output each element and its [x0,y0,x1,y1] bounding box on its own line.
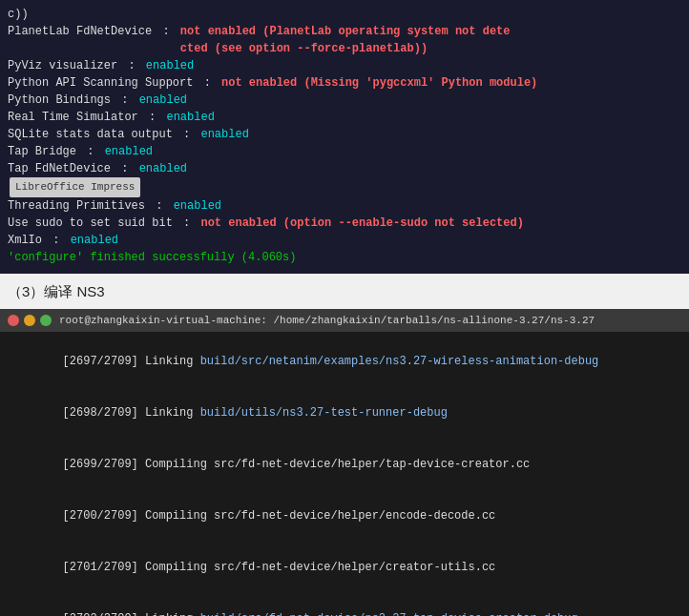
top-terminal-content: c)) PlanetLab FdNetDevice : not enabled … [8,6,681,266]
libreoffice-tooltip: LibreOffice Impress [10,177,140,197]
term-line-planetlab: PlanetLab FdNetDevice : not enabled (Pla… [8,23,681,57]
term-key-tap-fdnet: Tap FdNetDevice [8,160,111,177]
term-value-rts: enabled [166,109,214,126]
term-value-threading: enabled [174,197,221,215]
term-value-xmlio: enabled [71,232,118,249]
term-line-sqlite: SQLite stats data output : enabled [8,126,681,143]
term-key: c)) [8,6,29,23]
terminal-titlebar: root@zhangkaixin-virtual-machine: /home/… [0,309,689,332]
term-value-tap-fdnet: enabled [139,160,187,177]
top-terminal: c)) PlanetLab FdNetDevice : not enabled … [0,0,689,274]
term-line-rts: Real Time Simulator : enabled [8,109,681,126]
term-key-pyviz: PyViz visualizer [8,57,117,74]
term-value-planetlab: not enabled (PlanetLab operating system … [180,23,511,57]
term-line-python-bindings: Python Bindings : enabled [8,92,681,109]
minimize-button-icon[interactable] [24,315,35,326]
compile-line-6: [2702/2709] Linking build/src/fd-net-dev… [8,593,681,617]
compile-line-1: [2697/2709] Linking build/src/netanim/ex… [8,336,681,387]
compile-line-5: [2701/2709] Compiling src/fd-net-device/… [8,542,681,593]
compile-line-3: [2699/2709] Compiling src/fd-net-device/… [8,439,681,490]
section-label: （3）编译 NS3 [0,274,689,309]
term-value-python-bindings: enabled [139,92,187,109]
compile-line-2: [2698/2709] Linking build/utils/ns3.27-t… [8,387,681,439]
term-line-pyviz: PyViz visualizer : enabled [8,57,681,74]
titlebar-text: root@zhangkaixin-virtual-machine: /home/… [59,315,595,326]
term-key-sqlite: SQLite stats data output [8,126,173,143]
term-key-rts: Real Time Simulator [8,109,138,126]
term-key-xmlio: XmlIo [8,232,42,249]
term-value-sudo: not enabled (option --enable-sudo not se… [200,215,523,232]
term-key-tap-bridge: Tap Bridge [8,143,76,160]
term-value-tap-bridge: enabled [105,143,153,160]
page-wrapper: c)) PlanetLab FdNetDevice : not enabled … [0,0,689,616]
bottom-terminal: root@zhangkaixin-virtual-machine: /home/… [0,309,689,617]
term-value-pyviz: enabled [146,57,194,74]
titlebar-buttons [8,315,52,326]
term-line-cc: c)) [8,6,681,23]
term-line-tooltip-row: LibreOffice Impress [8,177,681,197]
term-success-msg: 'configure' finished successfully (4.060… [8,249,296,266]
term-key-python-bindings: Python Bindings [8,92,111,109]
term-line-threading: Threading Primitives : enabled [8,197,681,215]
term-key-python-api: Python API Scanning Support [8,74,193,92]
term-line-python-api: Python API Scanning Support : not enable… [8,74,681,92]
term-key-planetlab: PlanetLab FdNetDevice [8,23,152,57]
term-line-success: 'configure' finished successfully (4.060… [8,249,681,266]
term-key-threading: Threading Primitives [8,197,145,215]
term-value-sqlite: enabled [200,126,248,143]
terminal-body: [2697/2709] Linking build/src/netanim/ex… [0,332,689,617]
maximize-button-icon[interactable] [40,315,52,326]
close-button-icon[interactable] [8,315,19,326]
term-line-sudo: Use sudo to set suid bit : not enabled (… [8,215,681,232]
term-line-tap-fdnet: Tap FdNetDevice : enabled [8,160,681,177]
compile-line-4: [2700/2709] Compiling src/fd-net-device/… [8,490,681,542]
term-value-python-api: not enabled (Missing 'pygccxml' Python m… [221,74,537,92]
section-label-text: （3）编译 NS3 [8,283,105,299]
term-key-sudo: Use sudo to set suid bit [8,215,173,232]
term-line-xmlio: XmlIo : enabled [8,232,681,249]
term-line-tap-bridge: Tap Bridge : enabled [8,143,681,160]
